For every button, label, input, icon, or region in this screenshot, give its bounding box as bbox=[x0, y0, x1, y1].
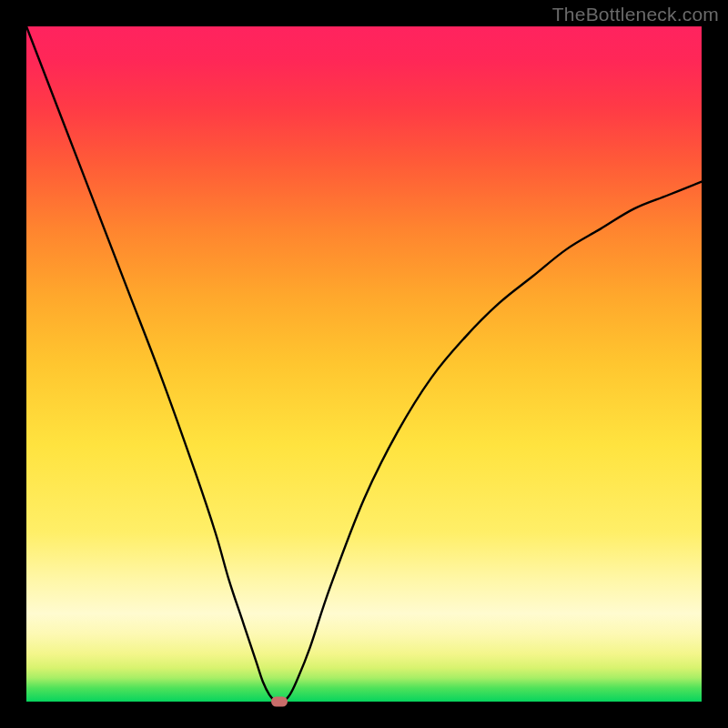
chart-frame: TheBottleneck.com bbox=[0, 0, 728, 728]
bottleneck-curve bbox=[26, 26, 702, 702]
watermark-text: TheBottleneck.com bbox=[552, 4, 719, 25]
plot-area bbox=[26, 26, 702, 702]
optimal-point-marker bbox=[271, 697, 288, 707]
